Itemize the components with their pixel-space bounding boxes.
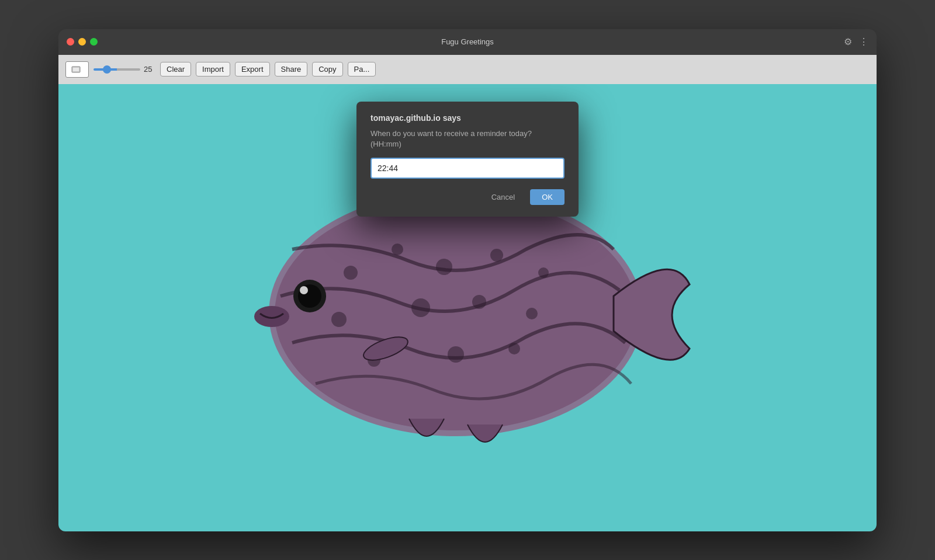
reminder-dialog: tomayac.github.io says When do you want … <box>356 102 579 217</box>
toolbar: 25 Clear Import Export Share Copy Pa... <box>58 55 877 84</box>
brush-size-slider[interactable] <box>94 68 140 71</box>
svg-rect-1 <box>73 68 79 71</box>
window-title: Fugu Greetings <box>441 37 494 46</box>
menu-icon[interactable]: ⋮ <box>859 36 868 47</box>
browser-window: Fugu Greetings ⚙ ⋮ 25 Clear Import Expor… <box>58 29 877 531</box>
extensions-icon[interactable]: ⚙ <box>844 36 852 47</box>
close-button[interactable] <box>67 38 74 46</box>
main-content: tomayac.github.io says When do you want … <box>58 84 877 531</box>
copy-button[interactable]: Copy <box>312 62 342 76</box>
brush-size-slider-container: 25 <box>94 65 155 74</box>
export-button[interactable]: Export <box>235 62 270 76</box>
dialog-buttons: Cancel OK <box>370 189 565 205</box>
title-bar: Fugu Greetings ⚙ ⋮ <box>58 29 877 55</box>
share-button[interactable]: Share <box>275 62 308 76</box>
traffic-lights <box>67 38 98 46</box>
pen-tool-icon[interactable] <box>65 61 89 78</box>
dialog-overlay: tomayac.github.io says When do you want … <box>58 84 877 531</box>
dialog-title: tomayac.github.io says <box>370 113 565 123</box>
import-button[interactable]: Import <box>196 62 230 76</box>
ok-button[interactable]: OK <box>530 189 565 205</box>
dialog-message: When do you want to receive a reminder t… <box>370 128 565 149</box>
clear-button[interactable]: Clear <box>160 62 191 76</box>
reminder-time-input[interactable] <box>370 158 565 179</box>
title-bar-actions: ⚙ ⋮ <box>844 36 868 47</box>
paste-button[interactable]: Pa... <box>348 62 376 76</box>
slider-value: 25 <box>144 65 155 74</box>
maximize-button[interactable] <box>90 38 98 46</box>
cancel-button[interactable]: Cancel <box>482 189 524 205</box>
minimize-button[interactable] <box>78 38 86 46</box>
